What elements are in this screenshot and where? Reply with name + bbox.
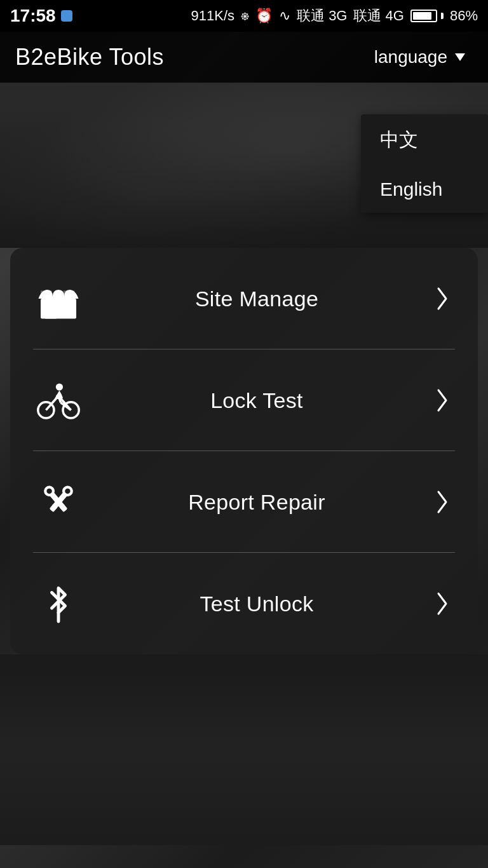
carrier1: 联通 3G bbox=[297, 6, 347, 25]
language-button[interactable]: language bbox=[367, 42, 473, 72]
status-left: 17:58 bbox=[10, 6, 72, 26]
language-option-en[interactable]: English bbox=[361, 166, 488, 213]
bluetooth-status-icon: ⎈ bbox=[241, 8, 249, 24]
wifi-icon: ∿ bbox=[279, 8, 290, 24]
svg-rect-2 bbox=[61, 306, 72, 315]
svg-rect-6 bbox=[64, 290, 67, 299]
network-speed: 911K/s bbox=[191, 8, 235, 24]
test-unlock-arrow bbox=[430, 591, 455, 616]
store-icon bbox=[33, 273, 84, 324]
site-manage-arrow bbox=[430, 286, 455, 311]
svg-rect-5 bbox=[56, 290, 60, 299]
menu-item-test-unlock[interactable]: Test Unlock bbox=[10, 553, 478, 654]
report-repair-arrow bbox=[430, 489, 455, 515]
bike-icon bbox=[33, 375, 84, 426]
nav-wrapper: B2eBike Tools language 中文 English bbox=[0, 32, 488, 83]
chevron-down-icon bbox=[455, 53, 465, 61]
status-time: 17:58 bbox=[10, 6, 56, 26]
main-menu-card: Site Manage bbox=[10, 248, 478, 654]
carrier2: 联通 4G bbox=[353, 6, 403, 25]
svg-rect-1 bbox=[45, 306, 57, 319]
svg-rect-7 bbox=[71, 290, 75, 299]
svg-point-15 bbox=[56, 383, 63, 390]
battery-indicator bbox=[410, 10, 444, 22]
lower-background bbox=[0, 654, 488, 845]
lock-test-arrow bbox=[430, 388, 455, 413]
report-repair-label: Report Repair bbox=[84, 490, 430, 515]
notification-dot bbox=[61, 10, 72, 22]
battery-percent: 86% bbox=[450, 8, 478, 24]
alarm-icon: ⏰ bbox=[255, 8, 273, 24]
test-unlock-label: Test Unlock bbox=[84, 592, 430, 616]
app-title: B2eBike Tools bbox=[15, 44, 164, 71]
language-label: language bbox=[374, 47, 447, 67]
svg-rect-3 bbox=[41, 290, 44, 299]
bluetooth-icon bbox=[33, 578, 84, 629]
lock-test-label: Lock Test bbox=[84, 388, 430, 413]
status-bar: 17:58 911K/s ⎈ ⏰ ∿ 联通 3G 联通 4G 86% bbox=[0, 0, 488, 32]
menu-item-report-repair[interactable]: Report Repair bbox=[10, 451, 478, 553]
menu-item-site-manage[interactable]: Site Manage bbox=[10, 248, 478, 349]
language-option-zh[interactable]: 中文 bbox=[361, 114, 488, 166]
site-manage-label: Site Manage bbox=[84, 287, 430, 311]
language-dropdown: 中文 English bbox=[361, 114, 488, 213]
menu-item-lock-test[interactable]: Lock Test bbox=[10, 349, 478, 451]
status-right: 911K/s ⎈ ⏰ ∿ 联通 3G 联通 4G 86% bbox=[191, 6, 478, 25]
wrench-icon bbox=[33, 477, 84, 527]
svg-rect-4 bbox=[48, 290, 52, 299]
top-nav: B2eBike Tools language bbox=[0, 32, 488, 83]
